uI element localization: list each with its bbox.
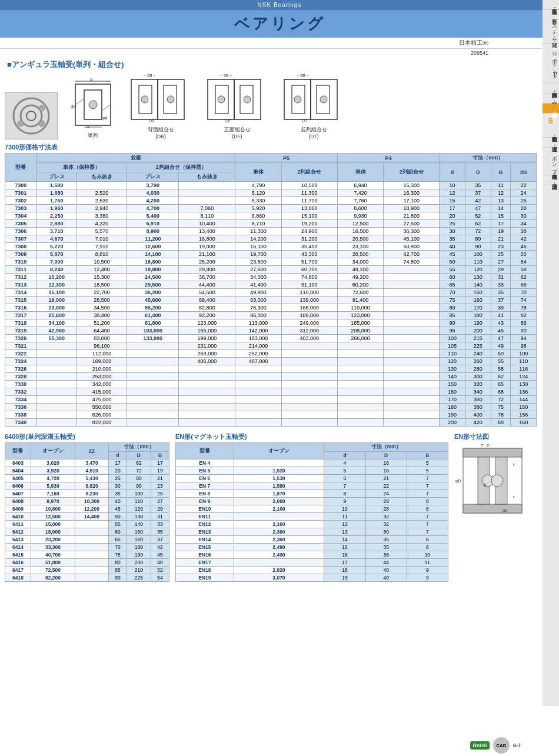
table-cell: 5,920 — [235, 205, 281, 212]
table-cell: 7304 — [5, 212, 37, 220]
sidebar-item-5[interactable]: 駆動・回転 — [543, 94, 559, 104]
table-cell: 11,200 — [127, 235, 179, 243]
table-cell: 2,820 — [234, 567, 324, 574]
table-cell: 78 — [511, 304, 537, 312]
table-cell: 50,800 — [384, 243, 440, 251]
table-cell: 80 — [440, 304, 465, 312]
table-cell: 6,860 — [235, 212, 281, 220]
table-cell — [281, 373, 337, 381]
table-cell — [384, 312, 440, 319]
sidebar-item-2[interactable]: 直動システム・関連 — [543, 10, 559, 44]
table-cell: 7324 — [5, 358, 37, 365]
table-cell: 85 — [440, 312, 465, 319]
table-cell: 200 — [127, 559, 151, 567]
table-cell: 40 — [440, 243, 465, 251]
table-cell: 6414 — [5, 544, 31, 551]
table-cell: EN12 — [176, 521, 234, 528]
table-row: 731312,30018,50029,50044,40041,40091,100… — [5, 281, 537, 289]
table-row: 7330342,00015032065130 — [5, 381, 537, 388]
table-cell: 3,920 — [31, 467, 75, 475]
table-cell: 22,700 — [76, 289, 127, 297]
table-cell: 168,000 — [281, 304, 337, 312]
table-row: EN162,490163810 — [176, 551, 448, 559]
col-mori2: もみ抜き — [179, 172, 235, 182]
table-cell: 74,800 — [384, 258, 440, 266]
table-cell: 38 — [365, 551, 407, 559]
table-cell: 82 — [511, 312, 537, 319]
sidebar-item-8[interactable]: 搬送・運搬 — [543, 138, 559, 148]
table-cell — [36, 396, 76, 404]
table-cell: 4,790 — [235, 182, 281, 189]
table-cell: 266,000 — [337, 335, 383, 342]
table-cell: 200 — [440, 419, 465, 427]
table-row: EN 92,0609288 — [176, 498, 448, 505]
colEN-dim: 寸法（mm） — [324, 443, 448, 452]
table-cell — [337, 381, 383, 388]
cad-badge: CAD — [493, 737, 510, 754]
table-cell: 11 — [324, 513, 365, 521]
sidebar-item-9[interactable]: ポンプ・送風機・粉体 — [543, 148, 559, 175]
sidebar-item-4[interactable]: 制御・検出・計測 — [543, 84, 559, 94]
table-cell: 2,490 — [234, 544, 324, 551]
sidebar-item-3[interactable]: ロボット・FA — [543, 44, 559, 84]
table-cell: 189,000 — [281, 312, 337, 319]
table-cell: 55,200 — [127, 304, 179, 312]
table-cell: 2,940 — [76, 205, 127, 212]
table-cell: 7 — [407, 482, 448, 490]
table-cell: 64,400 — [76, 327, 127, 335]
col-p5: P5 — [235, 154, 337, 163]
table-cell — [384, 350, 440, 358]
table-cell — [179, 381, 235, 388]
table-cell: 183,000 — [235, 335, 281, 342]
sidebar-item-7[interactable]: 動力伝達・伝動 — [543, 128, 559, 138]
table-cell: 110,000 — [281, 289, 337, 297]
col-D: D — [465, 163, 491, 182]
table-cell: 15 — [324, 544, 365, 551]
table-row: EN122,16012327 — [176, 521, 448, 528]
table-row: EN 61,5306217 — [176, 475, 448, 482]
table-cell: 406,000 — [179, 358, 235, 365]
table-cell — [36, 419, 76, 427]
table-row: EN132,36013307 — [176, 528, 448, 536]
col-grade: 並級 — [36, 154, 235, 163]
table-cell — [281, 411, 337, 419]
table-cell — [281, 365, 337, 373]
table-cell: 8 — [324, 490, 365, 498]
table-cell: 160 — [511, 419, 537, 427]
table-cell: 19,200 — [281, 220, 337, 228]
table-cell: 7 — [407, 513, 448, 521]
sidebar-item-1[interactable]: 空圧・油圧・真空 — [543, 0, 559, 10]
table-cell: 120 — [465, 266, 491, 274]
table-cell: 30 — [440, 228, 465, 235]
table-row: 731519,00028,50045,60068,40063,000139,00… — [5, 297, 537, 304]
table-cell: 11,300 — [281, 189, 337, 197]
table-cell: 39 — [491, 304, 511, 312]
table-cell: 16,100 — [235, 243, 281, 251]
table-cell: 160 — [127, 536, 151, 544]
table-cell: 7311 — [5, 266, 37, 274]
table-cell: 415,000 — [76, 388, 127, 396]
table-cell — [235, 419, 281, 427]
table-cell: 19,700 — [235, 251, 281, 258]
table-cell: 3,470 — [75, 459, 109, 467]
table-cell: 9 — [324, 498, 365, 505]
table-cell: 43,300 — [281, 251, 337, 258]
table-cell — [179, 189, 235, 197]
table-cell — [235, 411, 281, 419]
table-cell: 60 — [108, 528, 127, 536]
table-cell: 6,820 — [75, 482, 109, 490]
table-cell: 190 — [127, 551, 151, 559]
table-cell — [384, 319, 440, 327]
sidebar-item-6[interactable]: 軸受・素材・機械 — [543, 104, 559, 114]
table-cell: 2,520 — [76, 189, 127, 197]
table-cell: 20 — [440, 212, 465, 220]
table-cell — [281, 404, 337, 411]
doc-number: 209541 — [0, 49, 559, 56]
table-cell: 7313 — [5, 281, 37, 289]
sidebar-item-10[interactable]: 工場設備・環境 — [543, 175, 559, 185]
tableEN-title: EN形(マグネット玉軸受) — [175, 432, 448, 441]
table-cell: 45 — [151, 551, 169, 559]
table-cell: 49,900 — [235, 289, 281, 297]
colEN-D: D — [365, 452, 407, 459]
table-cell: EN14 — [176, 536, 234, 544]
